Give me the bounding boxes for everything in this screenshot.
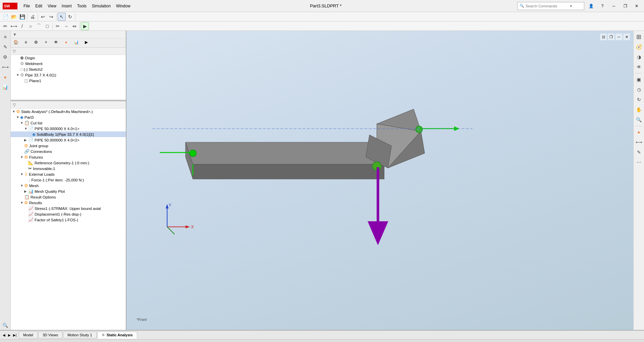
measure-icon[interactable]: ⟷: [634, 137, 644, 147]
tree-item-static-analysis[interactable]: ▼ ⚙ Static Analysis* (-Default<As Machin…: [11, 109, 126, 114]
arc-button[interactable]: ⌒: [35, 22, 43, 30]
tree-item-results[interactable]: ▼ ⚙ Results: [11, 200, 126, 206]
tree-item-fos[interactable]: 📈 Factor of Safety1 (-FOS-): [11, 217, 126, 223]
viewport-maximize[interactable]: ⊡: [600, 34, 607, 40]
menu-view[interactable]: View: [45, 3, 59, 9]
tree-item-ext-loads[interactable]: ▼ ⇩ External Loads: [11, 171, 126, 177]
tree-item-plane1[interactable]: ◫ Plane1: [11, 78, 126, 83]
panel-tab-more[interactable]: ▶: [81, 38, 91, 46]
config-manager-icon[interactable]: ⚙: [1, 52, 10, 62]
select-button[interactable]: ↖: [58, 13, 66, 21]
sim-icon[interactable]: 📊: [1, 82, 10, 92]
help-icon[interactable]: ?: [598, 1, 607, 11]
search-dropdown-icon[interactable]: ▼: [569, 4, 573, 8]
panel-tab-tree[interactable]: ≡: [21, 38, 31, 46]
tree-item-mesh-quality-plot[interactable]: ▶ 📊 Mesh Quality Plot: [11, 188, 126, 194]
tree-item-mesh[interactable]: ▼ ⚙ Mesh: [11, 183, 126, 188]
menu-window[interactable]: Window: [113, 3, 133, 9]
viewport-close[interactable]: ✕: [623, 34, 630, 40]
view-perspective-icon[interactable]: ◷: [634, 85, 644, 94]
tree-item-displacement1[interactable]: 📈 Displacement1 (-Res disp-): [11, 211, 126, 217]
rectangle-button[interactable]: □: [43, 22, 51, 30]
panel-tab-view[interactable]: 👁: [51, 38, 61, 46]
3d-viewport[interactable]: Y X *Front ⊡ ❐ ─ ✕ ⊞ 🧭 ◑ 👁 ▣: [126, 31, 644, 330]
menu-insert[interactable]: Insert: [59, 3, 74, 9]
zoom-icon[interactable]: 🔍: [634, 115, 644, 124]
tree-item-cutlist[interactable]: ▼ 📋 Cut list: [11, 120, 126, 126]
panel-tab-home[interactable]: 🏠: [11, 38, 21, 46]
view-selector-icon[interactable]: ⊞: [634, 32, 644, 42]
rapid-sketch-icon[interactable]: ✎: [634, 148, 644, 157]
mirror-button[interactable]: ⇔: [70, 22, 78, 30]
menu-file[interactable]: File: [21, 3, 33, 9]
tab-model[interactable]: Model: [19, 332, 38, 338]
rotate-button[interactable]: ↻: [66, 13, 74, 21]
tab-static-analysis[interactable]: ※ Static Analysis: [97, 332, 137, 339]
run-sim-button[interactable]: ▶: [81, 22, 89, 30]
more-icon[interactable]: ⋯: [634, 158, 644, 167]
hide-show-icon[interactable]: 👁: [634, 62, 644, 72]
tree-item-sketch2[interactable]: □ (-) Sketch2: [11, 66, 126, 72]
new-button[interactable]: 📄: [1, 13, 9, 21]
section-view-icon[interactable]: ▣: [634, 75, 644, 84]
view-orient-icon[interactable]: 🧭: [634, 42, 644, 52]
smart-dim-button[interactable]: ⟷: [10, 22, 18, 30]
tab-3d-views[interactable]: 3D Views: [38, 332, 62, 338]
tree-item-force1[interactable]: ↓ Force-1 (:Per item: -25,000 N:): [11, 177, 126, 183]
pan-icon[interactable]: ✋: [634, 105, 644, 114]
appearance-icon[interactable]: ●: [1, 72, 10, 82]
tree-item-solidbody[interactable]: ◆ SolidBody 1(Pipe 33.7 X 4.0(1)[1]: [11, 131, 126, 137]
panel-tab-plus[interactable]: +: [41, 38, 51, 46]
user-icon[interactable]: 👤: [586, 1, 596, 11]
menu-edit[interactable]: Edit: [33, 3, 45, 9]
viewport-restore[interactable]: ❐: [608, 34, 614, 40]
sim-tree-area[interactable]: ▼ ⚙ Static Analysis* (-Default<As Machin…: [11, 109, 126, 330]
tree-item-pipe2[interactable]: ▶ 📄 PIPE 50.000000 X 4.0<2>: [11, 137, 126, 143]
menu-simulation[interactable]: Simulation: [89, 3, 113, 9]
tree-item-immovable[interactable]: ✂ Immovable-1: [11, 166, 126, 171]
tree-item-origin[interactable]: ⊕ Origin: [11, 55, 126, 61]
close-button[interactable]: ✕: [632, 1, 641, 11]
tree-item-result-options[interactable]: 📋 Result Options: [11, 194, 126, 200]
property-manager-icon[interactable]: ✎: [1, 42, 10, 52]
tree-item-pipe1[interactable]: ▼ 📄 PIPE 50.000000 X 4.0<1>: [11, 126, 126, 131]
rotate-3d-icon[interactable]: ↻: [634, 95, 644, 104]
circle-button[interactable]: ○: [26, 22, 35, 30]
panel-tab-sim[interactable]: 📊: [71, 38, 81, 46]
tab-nav-next[interactable]: ▶: [7, 332, 12, 338]
restore-button[interactable]: ❐: [621, 1, 630, 11]
dim-expert-icon[interactable]: ⟷: [1, 62, 10, 72]
line-button[interactable]: /: [18, 22, 26, 30]
tree-item-connections[interactable]: 🔗 Connections: [11, 149, 126, 154]
search-commands-input[interactable]: [526, 4, 569, 8]
minimize-button[interactable]: ─: [609, 1, 619, 11]
undo-button[interactable]: ↩: [39, 13, 47, 21]
print-button[interactable]: 🖨: [29, 13, 37, 21]
save-button[interactable]: 💾: [18, 13, 26, 21]
extend-button[interactable]: →: [62, 22, 70, 30]
redo-button[interactable]: ↪: [47, 13, 55, 21]
search-icon-side[interactable]: 🔍: [1, 321, 10, 330]
tab-motion-study[interactable]: Motion Study 1: [63, 332, 96, 338]
feature-manager-icon[interactable]: ≡: [1, 32, 10, 42]
sketch-button[interactable]: ✏: [1, 22, 9, 30]
model-tree-area[interactable]: ⊕ Origin ⚙ Weldment □ (-) Sketch2 ▼ ⚙ Pi…: [11, 55, 126, 99]
color-icon[interactable]: ●: [634, 127, 644, 137]
viewport-minimize[interactable]: ─: [615, 34, 622, 40]
tree-item-ref-geom[interactable]: 📐 Reference Geometry-1 (:0 mm:): [11, 160, 126, 166]
tree-item-stress1[interactable]: 📈 Stress1 (-STRMAX: Upper bound axial: [11, 206, 126, 211]
search-commands-box[interactable]: 🔍 ▼: [517, 2, 584, 10]
tree-item-joint-group[interactable]: ⚙ Joint group: [11, 143, 126, 149]
tab-nav-prev[interactable]: ◀: [1, 332, 7, 338]
display-style-icon[interactable]: ◑: [634, 52, 644, 62]
menu-tools[interactable]: Tools: [74, 3, 89, 9]
tree-item-fixtures[interactable]: ▼ ⚙ Fixtures: [11, 154, 126, 160]
panel-tab-config[interactable]: ⚙: [31, 38, 41, 46]
trim-button[interactable]: ✂: [54, 22, 62, 30]
tree-item-part3[interactable]: ▼ ◆ Part3: [11, 114, 126, 120]
tree-item-pipe[interactable]: ▼ ⚙ Pipe 33.7 X 4.0(1): [11, 72, 126, 78]
tab-nav-last[interactable]: ▶|: [12, 332, 17, 338]
open-button[interactable]: 📂: [10, 13, 18, 21]
tree-item-weldment[interactable]: ⚙ Weldment: [11, 61, 126, 66]
panel-tab-appearance[interactable]: ●: [61, 38, 71, 46]
